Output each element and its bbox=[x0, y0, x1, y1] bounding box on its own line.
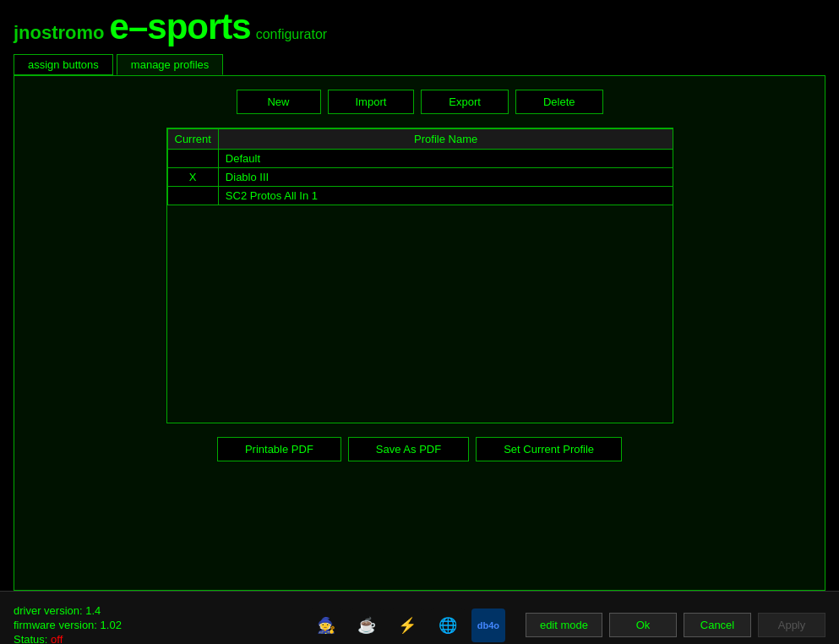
table-row[interactable]: Default bbox=[167, 150, 673, 168]
firmware-version: firmware version: 1.02 bbox=[14, 619, 309, 631]
import-button[interactable]: Import bbox=[328, 90, 415, 114]
export-button[interactable]: Export bbox=[421, 90, 509, 114]
footer-icons: 🧙 ☕ ⚡ 🌐 db4o bbox=[309, 609, 505, 642]
set-current-profile-button[interactable]: Set Current Profile bbox=[476, 437, 622, 461]
driver-version: driver version: 1.4 bbox=[14, 604, 309, 617]
tab-assign-buttons[interactable]: assign buttons bbox=[14, 54, 113, 75]
profile-table-wrapper: Current Profile Name DefaultXDiablo IIIS… bbox=[166, 128, 673, 423]
table-row[interactable]: SC2 Protos All In 1 bbox=[167, 187, 673, 205]
cell-profile-name: Diablo III bbox=[218, 168, 673, 187]
tabs-bar: assign buttons manage profiles bbox=[14, 54, 825, 75]
product-name: e–sports bbox=[110, 7, 251, 47]
status-value: off bbox=[51, 633, 63, 644]
printable-pdf-button[interactable]: Printable PDF bbox=[217, 437, 341, 461]
profile-table: Current Profile Name DefaultXDiablo IIIS… bbox=[167, 128, 673, 205]
icon-character1: 🧙 bbox=[309, 609, 343, 642]
icon-db40: db4o bbox=[471, 609, 505, 642]
apply-button[interactable]: Apply bbox=[758, 613, 825, 637]
save-as-pdf-button[interactable]: Save As PDF bbox=[348, 437, 469, 461]
new-button[interactable]: New bbox=[237, 90, 321, 114]
icon-network: 🌐 bbox=[431, 609, 465, 642]
bottom-toolbar: Printable PDF Save As PDF Set Current Pr… bbox=[28, 437, 811, 461]
edit-mode-button[interactable]: edit mode bbox=[526, 613, 602, 637]
app-header: jnostromo e–sports configurator bbox=[0, 0, 839, 51]
main-panel: New Import Export Delete Current Profile… bbox=[14, 75, 825, 591]
cancel-button[interactable]: Cancel bbox=[684, 613, 751, 637]
brand-name: jnostromo bbox=[14, 22, 105, 44]
tab-manage-profiles[interactable]: manage profiles bbox=[117, 54, 224, 75]
table-row[interactable]: XDiablo III bbox=[167, 168, 673, 187]
footer-buttons: edit mode Ok Cancel Apply bbox=[526, 613, 825, 637]
icon-character3: ⚡ bbox=[390, 609, 424, 642]
status-row: Status: off bbox=[14, 633, 309, 644]
cell-profile-name: SC2 Protos All In 1 bbox=[218, 187, 673, 205]
app-subtitle: configurator bbox=[256, 27, 328, 42]
icon-character2: ☕ bbox=[350, 609, 384, 642]
profile-toolbar: New Import Export Delete bbox=[28, 90, 811, 114]
cell-current bbox=[167, 150, 218, 168]
cell-current bbox=[167, 187, 218, 205]
ok-button[interactable]: Ok bbox=[609, 613, 677, 637]
footer: driver version: 1.4 firmware version: 1.… bbox=[0, 591, 839, 644]
delete-button[interactable]: Delete bbox=[515, 90, 603, 114]
col-name-header: Profile Name bbox=[218, 129, 673, 150]
cell-profile-name: Default bbox=[218, 150, 673, 168]
footer-info: driver version: 1.4 firmware version: 1.… bbox=[14, 604, 309, 644]
status-label: Status: bbox=[14, 633, 47, 644]
cell-current: X bbox=[167, 168, 218, 187]
col-current-header: Current bbox=[167, 129, 218, 150]
